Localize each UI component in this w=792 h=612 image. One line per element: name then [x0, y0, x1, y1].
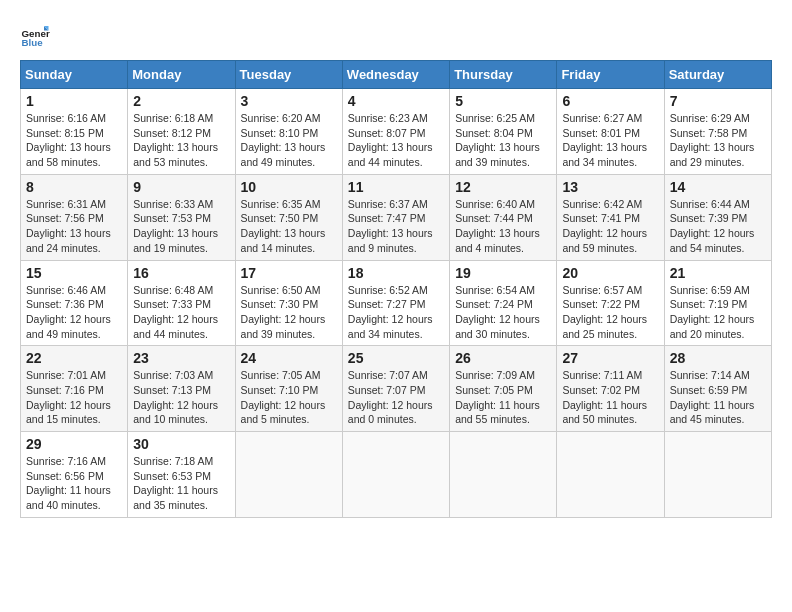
day-info: Sunrise: 6:16 AM Sunset: 8:15 PM Dayligh…	[26, 111, 122, 170]
day-number: 23	[133, 350, 229, 366]
day-number: 26	[455, 350, 551, 366]
column-header-thursday: Thursday	[450, 61, 557, 89]
day-info: Sunrise: 6:40 AM Sunset: 7:44 PM Dayligh…	[455, 197, 551, 256]
day-number: 4	[348, 93, 444, 109]
day-cell: 16Sunrise: 6:48 AM Sunset: 7:33 PM Dayli…	[128, 260, 235, 346]
day-info: Sunrise: 6:35 AM Sunset: 7:50 PM Dayligh…	[241, 197, 337, 256]
day-info: Sunrise: 6:33 AM Sunset: 7:53 PM Dayligh…	[133, 197, 229, 256]
day-info: Sunrise: 7:18 AM Sunset: 6:53 PM Dayligh…	[133, 454, 229, 513]
day-info: Sunrise: 6:29 AM Sunset: 7:58 PM Dayligh…	[670, 111, 766, 170]
day-number: 7	[670, 93, 766, 109]
day-number: 19	[455, 265, 551, 281]
day-number: 20	[562, 265, 658, 281]
day-info: Sunrise: 6:57 AM Sunset: 7:22 PM Dayligh…	[562, 283, 658, 342]
day-cell: 24Sunrise: 7:05 AM Sunset: 7:10 PM Dayli…	[235, 346, 342, 432]
day-info: Sunrise: 7:05 AM Sunset: 7:10 PM Dayligh…	[241, 368, 337, 427]
column-header-monday: Monday	[128, 61, 235, 89]
week-row-5: 29Sunrise: 7:16 AM Sunset: 6:56 PM Dayli…	[21, 432, 772, 518]
day-number: 5	[455, 93, 551, 109]
logo: General Blue	[20, 20, 54, 50]
day-cell: 20Sunrise: 6:57 AM Sunset: 7:22 PM Dayli…	[557, 260, 664, 346]
day-number: 28	[670, 350, 766, 366]
day-number: 8	[26, 179, 122, 195]
day-number: 25	[348, 350, 444, 366]
day-number: 3	[241, 93, 337, 109]
day-number: 15	[26, 265, 122, 281]
day-number: 12	[455, 179, 551, 195]
day-info: Sunrise: 6:27 AM Sunset: 8:01 PM Dayligh…	[562, 111, 658, 170]
day-info: Sunrise: 6:25 AM Sunset: 8:04 PM Dayligh…	[455, 111, 551, 170]
column-header-tuesday: Tuesday	[235, 61, 342, 89]
day-cell	[450, 432, 557, 518]
day-number: 9	[133, 179, 229, 195]
day-info: Sunrise: 6:31 AM Sunset: 7:56 PM Dayligh…	[26, 197, 122, 256]
day-info: Sunrise: 7:11 AM Sunset: 7:02 PM Dayligh…	[562, 368, 658, 427]
day-info: Sunrise: 6:46 AM Sunset: 7:36 PM Dayligh…	[26, 283, 122, 342]
column-header-wednesday: Wednesday	[342, 61, 449, 89]
day-number: 24	[241, 350, 337, 366]
day-info: Sunrise: 6:50 AM Sunset: 7:30 PM Dayligh…	[241, 283, 337, 342]
day-info: Sunrise: 7:03 AM Sunset: 7:13 PM Dayligh…	[133, 368, 229, 427]
day-cell: 26Sunrise: 7:09 AM Sunset: 7:05 PM Dayli…	[450, 346, 557, 432]
day-cell: 9Sunrise: 6:33 AM Sunset: 7:53 PM Daylig…	[128, 174, 235, 260]
day-cell: 10Sunrise: 6:35 AM Sunset: 7:50 PM Dayli…	[235, 174, 342, 260]
day-cell: 3Sunrise: 6:20 AM Sunset: 8:10 PM Daylig…	[235, 89, 342, 175]
day-cell	[235, 432, 342, 518]
week-row-2: 8Sunrise: 6:31 AM Sunset: 7:56 PM Daylig…	[21, 174, 772, 260]
day-cell: 28Sunrise: 7:14 AM Sunset: 6:59 PM Dayli…	[664, 346, 771, 432]
day-cell: 29Sunrise: 7:16 AM Sunset: 6:56 PM Dayli…	[21, 432, 128, 518]
day-cell: 17Sunrise: 6:50 AM Sunset: 7:30 PM Dayli…	[235, 260, 342, 346]
day-cell: 30Sunrise: 7:18 AM Sunset: 6:53 PM Dayli…	[128, 432, 235, 518]
day-cell: 11Sunrise: 6:37 AM Sunset: 7:47 PM Dayli…	[342, 174, 449, 260]
day-cell: 13Sunrise: 6:42 AM Sunset: 7:41 PM Dayli…	[557, 174, 664, 260]
day-cell: 5Sunrise: 6:25 AM Sunset: 8:04 PM Daylig…	[450, 89, 557, 175]
day-cell: 6Sunrise: 6:27 AM Sunset: 8:01 PM Daylig…	[557, 89, 664, 175]
day-number: 18	[348, 265, 444, 281]
day-number: 10	[241, 179, 337, 195]
day-info: Sunrise: 6:37 AM Sunset: 7:47 PM Dayligh…	[348, 197, 444, 256]
day-cell: 22Sunrise: 7:01 AM Sunset: 7:16 PM Dayli…	[21, 346, 128, 432]
day-info: Sunrise: 6:48 AM Sunset: 7:33 PM Dayligh…	[133, 283, 229, 342]
day-number: 2	[133, 93, 229, 109]
day-number: 21	[670, 265, 766, 281]
day-cell: 4Sunrise: 6:23 AM Sunset: 8:07 PM Daylig…	[342, 89, 449, 175]
logo-icon: General Blue	[20, 20, 50, 50]
day-info: Sunrise: 6:54 AM Sunset: 7:24 PM Dayligh…	[455, 283, 551, 342]
column-header-saturday: Saturday	[664, 61, 771, 89]
day-number: 27	[562, 350, 658, 366]
week-row-4: 22Sunrise: 7:01 AM Sunset: 7:16 PM Dayli…	[21, 346, 772, 432]
column-header-friday: Friday	[557, 61, 664, 89]
svg-text:Blue: Blue	[22, 37, 44, 48]
day-info: Sunrise: 6:59 AM Sunset: 7:19 PM Dayligh…	[670, 283, 766, 342]
day-number: 13	[562, 179, 658, 195]
day-info: Sunrise: 7:09 AM Sunset: 7:05 PM Dayligh…	[455, 368, 551, 427]
week-row-1: 1Sunrise: 6:16 AM Sunset: 8:15 PM Daylig…	[21, 89, 772, 175]
day-cell: 21Sunrise: 6:59 AM Sunset: 7:19 PM Dayli…	[664, 260, 771, 346]
day-number: 1	[26, 93, 122, 109]
day-cell: 18Sunrise: 6:52 AM Sunset: 7:27 PM Dayli…	[342, 260, 449, 346]
day-info: Sunrise: 7:16 AM Sunset: 6:56 PM Dayligh…	[26, 454, 122, 513]
day-number: 11	[348, 179, 444, 195]
day-number: 14	[670, 179, 766, 195]
week-row-3: 15Sunrise: 6:46 AM Sunset: 7:36 PM Dayli…	[21, 260, 772, 346]
day-cell	[557, 432, 664, 518]
day-cell	[342, 432, 449, 518]
day-number: 16	[133, 265, 229, 281]
day-cell: 12Sunrise: 6:40 AM Sunset: 7:44 PM Dayli…	[450, 174, 557, 260]
day-cell: 8Sunrise: 6:31 AM Sunset: 7:56 PM Daylig…	[21, 174, 128, 260]
day-info: Sunrise: 6:42 AM Sunset: 7:41 PM Dayligh…	[562, 197, 658, 256]
day-info: Sunrise: 6:52 AM Sunset: 7:27 PM Dayligh…	[348, 283, 444, 342]
day-cell: 14Sunrise: 6:44 AM Sunset: 7:39 PM Dayli…	[664, 174, 771, 260]
day-cell: 19Sunrise: 6:54 AM Sunset: 7:24 PM Dayli…	[450, 260, 557, 346]
day-cell	[664, 432, 771, 518]
column-header-sunday: Sunday	[21, 61, 128, 89]
day-number: 6	[562, 93, 658, 109]
day-cell: 1Sunrise: 6:16 AM Sunset: 8:15 PM Daylig…	[21, 89, 128, 175]
day-cell: 25Sunrise: 7:07 AM Sunset: 7:07 PM Dayli…	[342, 346, 449, 432]
day-info: Sunrise: 6:44 AM Sunset: 7:39 PM Dayligh…	[670, 197, 766, 256]
day-number: 22	[26, 350, 122, 366]
calendar-table: SundayMondayTuesdayWednesdayThursdayFrid…	[20, 60, 772, 518]
day-info: Sunrise: 7:01 AM Sunset: 7:16 PM Dayligh…	[26, 368, 122, 427]
day-info: Sunrise: 6:18 AM Sunset: 8:12 PM Dayligh…	[133, 111, 229, 170]
day-cell: 27Sunrise: 7:11 AM Sunset: 7:02 PM Dayli…	[557, 346, 664, 432]
